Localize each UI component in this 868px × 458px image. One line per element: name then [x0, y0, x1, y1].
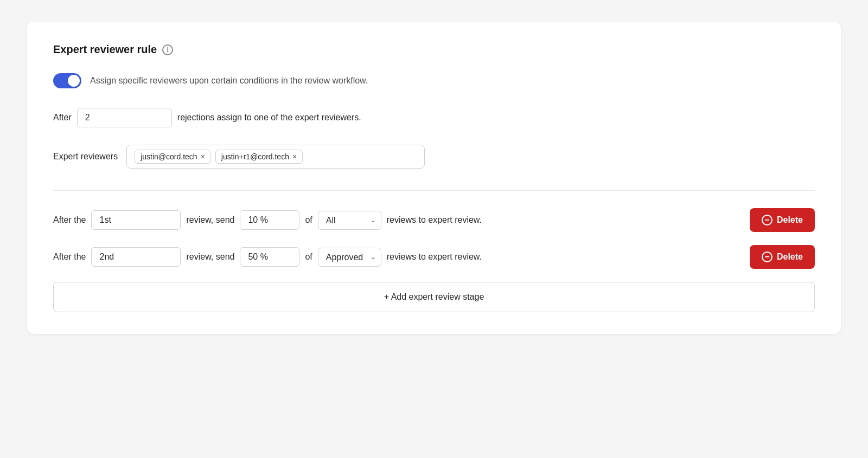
enable-toggle[interactable] — [53, 73, 81, 88]
stage-1-suffix: reviews to expert review. — [387, 215, 482, 225]
stage-1-of-label: of — [305, 215, 312, 225]
reviewer-remove-2[interactable]: × — [292, 153, 297, 160]
stage-2-delete-icon: − — [762, 251, 773, 262]
section-title: Expert reviewer rule — [53, 43, 157, 56]
stage-2-delete-button[interactable]: − Delete — [750, 245, 815, 269]
toggle-row: Assign specific reviewers upon certain c… — [53, 73, 815, 88]
info-icon[interactable]: i — [162, 44, 173, 55]
stage-2-filter-wrapper: All Approved Rejected ⌄ — [318, 248, 381, 267]
stage-1-ordinal-input[interactable] — [91, 210, 181, 230]
toggle-thumb — [68, 75, 80, 87]
stage-2-ordinal-input[interactable] — [91, 247, 181, 267]
reviewers-input-field[interactable]: justin@cord.tech × justin+r1@cord.tech × — [126, 145, 425, 169]
add-stage-label: + Add expert review stage — [384, 292, 484, 302]
stage-1-section: After the review, send of All Approved R… — [53, 208, 815, 232]
stage-1-delete-button[interactable]: − Delete — [750, 208, 815, 232]
stage-2-delete-label: Delete — [777, 252, 803, 262]
stage-1-middle: review, send — [186, 215, 234, 225]
reviewer-tag-1: justin@cord.tech × — [135, 150, 211, 164]
section-divider — [53, 190, 815, 191]
stage-2-percent-input[interactable] — [240, 247, 299, 267]
toggle-track — [53, 73, 81, 88]
stage-1-delete-icon: − — [762, 215, 773, 225]
toggle-description: Assign specific reviewers upon certain c… — [90, 76, 368, 86]
stage-2-suffix: reviews to expert review. — [387, 252, 482, 262]
reviewer-remove-1[interactable]: × — [201, 153, 205, 160]
stage-1-percent-input[interactable] — [240, 210, 299, 230]
stage-1-prefix: After the — [53, 215, 86, 225]
stage-row-1: After the review, send of All Approved R… — [53, 208, 815, 232]
stage-2-section: After the review, send of All Approved R… — [53, 245, 815, 269]
stage-2-prefix: After the — [53, 252, 86, 262]
rejections-rule-row: After rejections assign to one of the ex… — [53, 108, 815, 127]
rejections-suffix: rejections assign to one of the expert r… — [177, 113, 361, 122]
rejections-prefix: After — [53, 113, 72, 122]
stage-2-filter-select[interactable]: All Approved Rejected — [318, 248, 381, 267]
stage-2-middle: review, send — [186, 252, 234, 262]
reviewer-tag-2: justin+r1@cord.tech × — [215, 150, 303, 164]
stage-1-filter-select[interactable]: All Approved Rejected — [318, 211, 381, 230]
add-stage-button[interactable]: + Add expert review stage — [53, 282, 815, 312]
stage-row-2: After the review, send of All Approved R… — [53, 245, 815, 269]
reviewer-email-1: justin@cord.tech — [141, 152, 197, 161]
stage-2-of-label: of — [305, 252, 312, 262]
stage-1-filter-wrapper: All Approved Rejected ⌄ — [318, 211, 381, 230]
expert-reviewers-row: Expert reviewers justin@cord.tech × just… — [53, 145, 815, 169]
reviewers-label: Expert reviewers — [53, 152, 118, 162]
expert-reviewer-rule-card: Expert reviewer rule i Assign specific r… — [27, 22, 841, 334]
section-header: Expert reviewer rule i — [53, 43, 815, 56]
rejections-input[interactable] — [77, 108, 172, 127]
reviewer-email-2: justin+r1@cord.tech — [221, 152, 289, 161]
stage-1-delete-label: Delete — [777, 215, 803, 225]
